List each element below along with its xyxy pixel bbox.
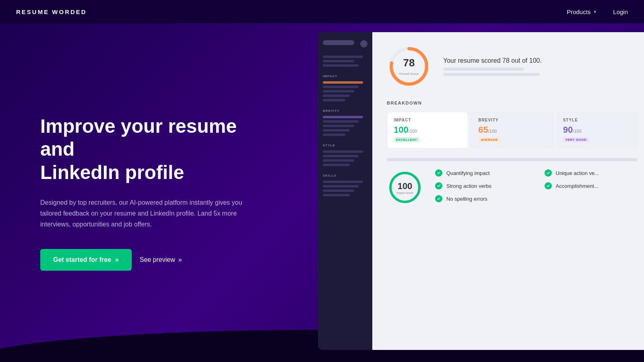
resume-line	[323, 155, 359, 157]
brevity-card: BREVITY 65/100 AVERAGE	[471, 112, 553, 148]
gray-bar-2	[443, 73, 540, 76]
check-label: Strong action verbs	[446, 183, 491, 189]
check-icon	[545, 169, 552, 177]
resume-name-bar	[323, 40, 354, 45]
score-header: 78 Overall Score Your resume scored 78 o…	[387, 44, 638, 88]
style-card-label: STYLE	[563, 118, 631, 122]
navbar: RESUME WORDED Products ▼ Login	[0, 0, 644, 23]
impact-score-donut: 100 Impact Score	[387, 169, 423, 206]
impact-badge: EXCELLENT	[394, 137, 419, 142]
resume-line	[323, 120, 359, 123]
resume-line	[323, 86, 359, 88]
brevity-section-label: BREVITY	[323, 109, 367, 113]
resume-line	[323, 129, 350, 132]
overall-score-donut: 78 Overall Score	[387, 44, 431, 88]
arrow-icon: »	[115, 256, 119, 263]
resume-line	[323, 125, 354, 127]
style-card: STYLE 90/100 VERY GOOD	[556, 112, 638, 148]
resume-line	[323, 134, 345, 136]
breakdown-title: BREAKDOWN	[387, 101, 638, 105]
check-icon	[435, 169, 442, 177]
resume-line	[323, 194, 350, 196]
resume-line	[323, 189, 354, 192]
resume-line	[323, 185, 359, 187]
score-headline: Your resume scored 78 out of 100.	[443, 57, 542, 64]
brevity-card-score: 65/100	[478, 125, 546, 135]
check-strong-action: Strong action verbs	[435, 182, 528, 189]
brevity-badge: AVERAGE	[478, 137, 500, 142]
chevron-down-icon: ▼	[593, 10, 597, 14]
resume-avatar	[360, 40, 367, 47]
check-icon	[435, 182, 442, 189]
get-started-button[interactable]: Get started for free »	[40, 249, 132, 271]
check-label: Unique action ve...	[556, 170, 599, 176]
style-section-label: STYLE	[323, 144, 367, 147]
check-unique: Unique action ve...	[545, 169, 638, 177]
gray-bar-1	[443, 68, 524, 71]
impact-card: IMPACT 100/100 EXCELLENT	[387, 112, 468, 148]
resume-line	[323, 150, 363, 153]
resume-panel-top	[323, 40, 367, 47]
products-menu[interactable]: Products ▼	[567, 8, 597, 15]
resume-line	[323, 99, 345, 101]
hero-title: Improve your resume and LinkedIn profile	[40, 115, 274, 184]
impact-card-score: 100/100	[394, 125, 461, 135]
hero-buttons: Get started for free » See preview »	[40, 249, 274, 271]
breakdown-cards: IMPACT 100/100 EXCELLENT BREVITY 65/100 …	[387, 112, 638, 148]
style-card-score: 90/100	[563, 125, 631, 135]
impact-card-label: IMPACT	[394, 118, 461, 122]
resume-line	[323, 95, 350, 97]
impact-section: 100 Impact Score Quantifying impact	[387, 169, 638, 206]
impact-section-label: IMPACT	[323, 74, 367, 78]
nav-right: Products ▼ Login	[567, 8, 628, 15]
hero-content: Improve your resume and LinkedIn profile…	[0, 115, 274, 271]
login-button[interactable]: Login	[613, 8, 628, 15]
resume-line	[323, 159, 354, 162]
resume-line	[323, 164, 350, 166]
resume-line	[323, 64, 359, 67]
style-badge: VERY GOOD	[563, 137, 589, 142]
overall-score-number: 78	[399, 57, 419, 69]
check-quantifying: Quantifying impact	[435, 169, 528, 177]
impact-score-label: Impact Score	[396, 191, 413, 194]
skills-section-label: SKILLS	[323, 174, 367, 177]
checklist: Quantifying impact Unique action ve... S…	[435, 169, 638, 202]
check-label: Quantifying impact	[446, 170, 490, 176]
check-label: No spelling errors	[446, 196, 487, 202]
overall-score-label: Overall Score	[399, 72, 419, 76]
see-preview-button[interactable]: See preview »	[140, 256, 182, 263]
impact-score-number: 100	[398, 181, 413, 191]
check-icon	[545, 182, 552, 189]
brevity-bar	[323, 116, 363, 118]
chevron-double-down-icon: »	[178, 256, 182, 263]
resume-line	[323, 90, 354, 93]
check-icon	[435, 195, 442, 202]
check-spelling: No spelling errors	[435, 195, 528, 202]
score-text-area: Your resume scored 78 out of 100.	[443, 57, 542, 76]
hero-subtitle: Designed by top recruiters, our AI-power…	[40, 197, 250, 230]
mockup-area: IMPACT BREVITY STYLE SKILLS	[318, 32, 644, 350]
divider-bar	[387, 158, 638, 161]
score-panel: 78 Overall Score Your resume scored 78 o…	[372, 32, 644, 350]
impact-donut-center: 100 Impact Score	[396, 181, 413, 194]
hero-section: Improve your resume and LinkedIn profile…	[0, 0, 644, 362]
resume-preview-panel: IMPACT BREVITY STYLE SKILLS	[318, 32, 372, 350]
brevity-card-label: BREVITY	[478, 118, 546, 122]
resume-line	[323, 60, 354, 62]
donut-center: 78 Overall Score	[399, 57, 419, 76]
check-accomplishments: Accomplishment...	[545, 182, 638, 189]
resume-line	[323, 181, 363, 183]
resume-line	[323, 56, 363, 58]
check-label: Accomplishment...	[556, 183, 599, 189]
site-logo: RESUME WORDED	[16, 8, 87, 15]
impact-bar	[323, 81, 363, 84]
